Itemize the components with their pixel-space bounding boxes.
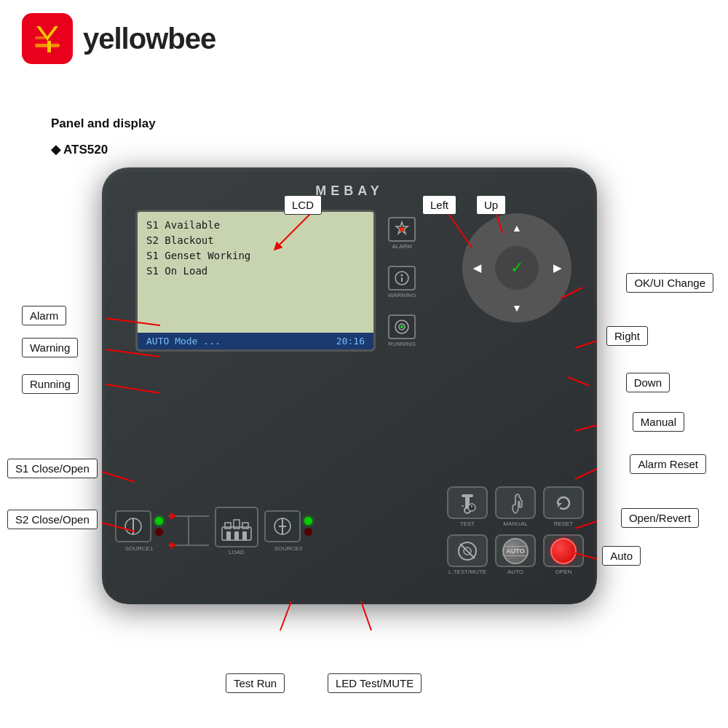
reset-btn[interactable] <box>543 486 584 519</box>
nav-up-btn[interactable]: ▲ <box>506 217 528 239</box>
warning-annotation-text: Warning <box>30 341 70 354</box>
lcd-line-4: S1 On Load <box>146 265 365 277</box>
test-run-text: Test Run <box>234 677 277 689</box>
warning-icon <box>393 269 411 287</box>
reset-group: RESET <box>543 486 584 527</box>
svg-marker-15 <box>170 513 176 520</box>
manual-annotation-text: Manual <box>641 416 676 428</box>
lcd-mode: AUTO Mode ... <box>146 336 221 347</box>
ltest-btn[interactable] <box>447 534 488 567</box>
device-brand-label: MEBAY <box>315 183 383 199</box>
svg-rect-27 <box>462 494 473 497</box>
right-annotation: Right <box>606 326 648 346</box>
test-btn[interactable] <box>447 486 488 519</box>
alarm-annotation: Alarm <box>22 306 66 325</box>
alarm-annotation-text: Alarm <box>30 309 58 322</box>
header: yellowbee <box>0 0 728 77</box>
source2-led-green <box>304 517 312 525</box>
svg-line-36 <box>460 544 475 558</box>
section-title: Panel and display <box>51 116 156 131</box>
source1-led-green <box>155 517 163 525</box>
load-group: LOAD <box>215 507 258 555</box>
nav-right-btn[interactable]: ▶ <box>546 257 568 279</box>
source1-led-red <box>155 528 163 536</box>
model-value: ATS520 <box>63 143 108 157</box>
auto-btn[interactable]: AUTO <box>495 534 536 567</box>
nav-ok-btn[interactable]: ✓ <box>495 246 539 290</box>
model-label: ◆ ATS520 <box>51 142 108 157</box>
source1-btn[interactable] <box>115 510 151 542</box>
circuit-area <box>169 498 209 563</box>
lcd-content: S1 Available S2 Blackout S1 Genset Worki… <box>138 212 373 288</box>
open-revert-annotation-text: Open/Revert <box>629 512 691 524</box>
manual-icon <box>504 491 527 515</box>
source1-leds <box>155 517 163 536</box>
svg-marker-34 <box>558 503 562 507</box>
alarm-reset-annotation: Alarm Reset <box>630 454 706 474</box>
svg-rect-22 <box>234 531 239 540</box>
s1-close-open-annotation: S1 Close/Open <box>7 459 98 478</box>
open-red-circle <box>550 538 577 564</box>
svg-line-53 <box>280 601 291 630</box>
source2-group: SOURCE2 <box>264 510 312 552</box>
s2-close-open-annotation: S2 Close/Open <box>7 510 98 529</box>
warning-indicator: WARNING <box>388 266 416 298</box>
svg-point-3 <box>400 227 404 232</box>
led-test-text: LED Test/MUTE <box>336 677 414 689</box>
auto-annotation-text: Auto <box>610 550 633 562</box>
ltest-label: L.TEST/MUTE <box>448 569 486 575</box>
test-icon <box>456 491 479 515</box>
s1-annotation-text: S1 Close/Open <box>15 462 90 475</box>
down-annotation: Down <box>626 373 670 392</box>
load-icon <box>221 513 253 542</box>
svg-point-9 <box>400 325 403 328</box>
svg-rect-20 <box>242 523 248 529</box>
reset-icon <box>552 491 575 515</box>
running-annotation-text: Running <box>30 378 71 390</box>
source1-label: SOURCE1 <box>125 545 154 552</box>
svg-line-54 <box>361 601 371 630</box>
up-annotation: Up <box>476 195 506 215</box>
s2-annotation-text: S2 Close/Open <box>15 513 90 526</box>
alarm-icon <box>393 221 411 238</box>
source2-led-red <box>304 528 312 536</box>
running-indicator: RUNNING <box>388 314 416 347</box>
manual-group: MANUAL <box>495 486 536 527</box>
action-buttons-grid: TEST MANUAL <box>447 486 584 575</box>
up-annotation-text: Up <box>484 199 498 211</box>
auto-label: AUTO <box>507 569 523 575</box>
open-btn[interactable] <box>543 534 584 567</box>
ltest-icon <box>456 539 479 563</box>
indicators-group: ALARM WARNING RUNNING <box>388 217 416 347</box>
model-prefix: ◆ <box>51 143 60 157</box>
test-label: TEST <box>460 521 475 527</box>
auto-circle: AUTO <box>502 538 529 564</box>
alarm-reset-annotation-text: Alarm Reset <box>638 458 698 470</box>
running-annotation: Running <box>22 374 79 394</box>
bottom-section: SOURCE1 <box>115 486 584 575</box>
source1-icon <box>122 516 144 537</box>
alarm-indicator: ALARM <box>388 217 416 250</box>
nav-down-btn[interactable]: ▼ <box>506 297 528 319</box>
svg-rect-1 <box>35 44 60 47</box>
source2-btn[interactable] <box>264 510 301 542</box>
lcd-line-2: S2 Blackout <box>146 234 365 246</box>
manual-btn[interactable] <box>495 486 536 519</box>
manual-label: MANUAL <box>503 521 527 527</box>
down-annotation-text: Down <box>634 376 662 389</box>
auto-group: AUTO AUTO <box>495 534 536 575</box>
nav-left-btn[interactable]: ◀ <box>466 257 488 279</box>
load-label: LOAD <box>229 549 245 555</box>
nav-outer: ▲ ▼ ◀ ▶ ✓ <box>462 213 571 323</box>
open-group: OPEN <box>543 534 584 575</box>
circuit-svg <box>169 498 209 563</box>
svg-point-5 <box>401 274 403 277</box>
ok-checkmark: ✓ <box>510 258 523 277</box>
lcd-line-3: S1 Genset Working <box>146 250 365 261</box>
running-label: RUNNING <box>389 341 416 347</box>
device-panel: MEBAY S1 Available S2 Blackout S1 Genset… <box>102 167 597 604</box>
left-annotation: Left <box>422 195 456 215</box>
right-annotation-text: Right <box>614 330 640 342</box>
lcd-annotation: LCD <box>284 195 322 215</box>
lcd-screen: S1 Available S2 Blackout S1 Genset Worki… <box>135 210 376 352</box>
